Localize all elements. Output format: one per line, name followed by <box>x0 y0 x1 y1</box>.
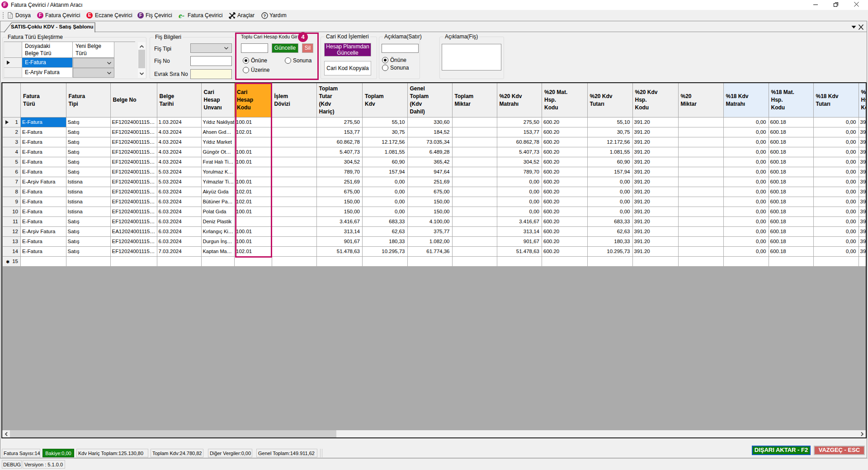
svg-text:?: ? <box>264 13 266 18</box>
